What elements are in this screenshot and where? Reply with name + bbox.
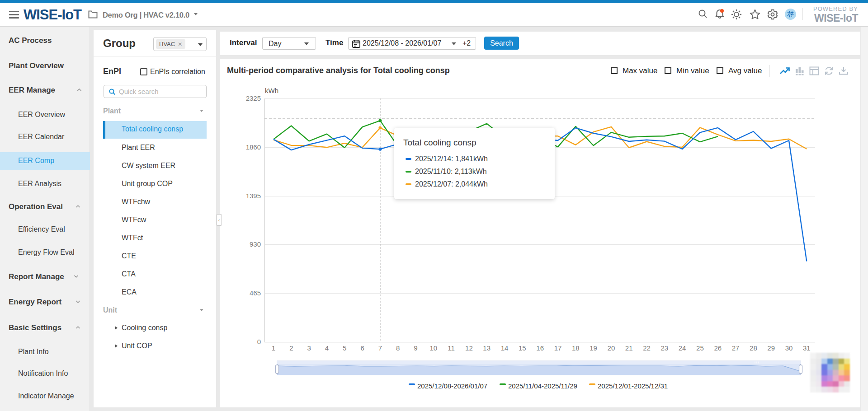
svg-text:465: 465 [250,289,261,297]
svg-text:29: 29 [767,344,775,352]
svg-text:16: 16 [536,344,544,352]
svg-text:6: 6 [360,344,364,352]
svg-text:5: 5 [343,344,346,352]
svg-text:2025/11/04-2025/11/29: 2025/11/04-2025/11/29 [508,382,577,390]
svg-text:30: 30 [785,344,793,352]
svg-text:13: 13 [483,344,491,352]
svg-text:2: 2 [289,344,293,352]
svg-text:2025/12/01-2025/12/31: 2025/12/01-2025/12/31 [598,382,668,390]
svg-text:9: 9 [414,344,417,352]
svg-text:26: 26 [714,344,722,352]
svg-text:11: 11 [448,344,455,352]
svg-text:4: 4 [325,344,329,352]
svg-text:24: 24 [679,344,686,352]
svg-text:31: 31 [803,344,811,352]
svg-text:14: 14 [501,344,509,352]
svg-text:2325: 2325 [246,94,261,102]
svg-text:20: 20 [608,344,615,352]
svg-text:10: 10 [429,344,437,352]
svg-text:8: 8 [396,344,400,352]
svg-text:1: 1 [272,344,275,352]
svg-text:7: 7 [378,344,382,352]
svg-text:kWh: kWh [265,87,278,94]
svg-text:0: 0 [257,338,261,346]
svg-text:1395: 1395 [246,192,261,200]
svg-text:22: 22 [643,344,651,352]
svg-text:3: 3 [307,344,311,352]
svg-text:17: 17 [554,344,562,352]
svg-text:21: 21 [625,344,633,352]
svg-text:19: 19 [590,344,597,352]
svg-text:2025/12/08-2026/01/07: 2025/12/08-2026/01/07 [417,382,487,390]
svg-text:25: 25 [696,344,704,352]
svg-text:1860: 1860 [246,143,261,151]
svg-text:18: 18 [572,344,580,352]
svg-text:12: 12 [465,344,473,352]
svg-text:28: 28 [750,344,757,352]
svg-text:27: 27 [732,344,740,352]
svg-text:15: 15 [519,344,526,352]
svg-text:23: 23 [660,344,668,352]
svg-text:930: 930 [250,240,261,248]
